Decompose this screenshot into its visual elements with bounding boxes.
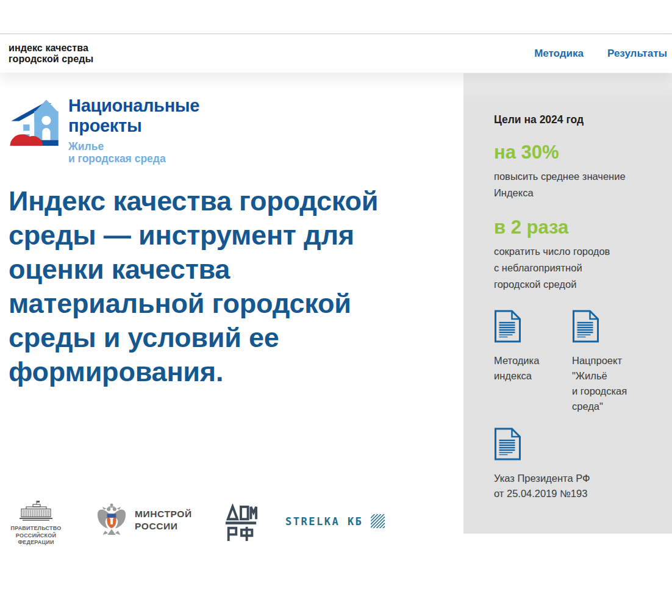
natproject-logo: Национальные проекты Жилье и городская с… bbox=[9, 95, 199, 165]
natproject-text: Национальные проекты Жилье и городская с… bbox=[68, 95, 199, 165]
document-icon bbox=[494, 428, 521, 460]
top-strip bbox=[0, 0, 672, 34]
doc-label: Нацпроект "Жильё и городская среда" bbox=[572, 353, 657, 414]
site-header: индекс качества городской среды Методика… bbox=[0, 35, 672, 73]
natproject-title-line2: проекты bbox=[68, 116, 199, 135]
document-icon bbox=[572, 310, 599, 343]
dom-rf-logo[interactable] bbox=[224, 504, 258, 545]
government-label: ПРАВИТЕЛЬСТВО РОССИЙСКОЙ ФЕДЕРАЦИИ bbox=[7, 525, 65, 546]
document-icon bbox=[494, 310, 521, 343]
minstroy-label: МИНСТРОЙ РОССИИ bbox=[135, 508, 192, 532]
strelka-logo[interactable]: STRELKA КБ bbox=[285, 514, 385, 528]
goal-value: в 2 раза bbox=[494, 217, 650, 238]
document-links: Методика индекса Нацпроект "Жильё и горо… bbox=[494, 310, 650, 501]
doc-link-ukaz-prezidenta[interactable]: Указ Президента РФ от 25.04.2019 №193 bbox=[494, 428, 657, 501]
nav-link-metodika[interactable]: Методика bbox=[534, 48, 584, 60]
goal-description: повысить среднее значение Индекса bbox=[494, 168, 650, 201]
dom-rf-icon bbox=[224, 504, 258, 543]
doc-label: Методика индекса bbox=[494, 353, 572, 384]
strelka-label: STRELKA КБ bbox=[285, 515, 363, 528]
double-headed-eagle-icon bbox=[96, 501, 127, 539]
goals-title: Цели на 2024 год bbox=[494, 113, 650, 126]
natproject-title-line1: Национальные bbox=[68, 96, 199, 115]
doc-link-metodika-indeksa[interactable]: Методика индекса bbox=[494, 310, 572, 414]
page-title-line: материальной городской bbox=[9, 287, 378, 321]
nav-link-rezultaty[interactable]: Результаты bbox=[607, 48, 667, 60]
doc-label: Указ Президента РФ от 25.04.2019 №193 bbox=[494, 471, 657, 501]
page-title: Индекс качества городской среды — инстру… bbox=[9, 184, 378, 389]
house-with-bushes-icon bbox=[9, 95, 62, 156]
minstroy-logo[interactable]: МИНСТРОЙ РОССИИ bbox=[96, 501, 192, 539]
doc-link-natsproekt[interactable]: Нацпроект "Жильё и городская среда" bbox=[572, 310, 657, 414]
goal-item: на 30% повысить среднее значение Индекса bbox=[494, 142, 650, 201]
page-title-line: оценки качества bbox=[9, 252, 378, 287]
page-title-line: формирования. bbox=[9, 355, 378, 389]
page-title-line: среды и условий ее bbox=[9, 321, 378, 355]
page-title-line: среды — инструмент для bbox=[9, 218, 378, 252]
government-logo[interactable]: ПРАВИТЕЛЬСТВО РОССИЙСКОЙ ФЕДЕРАЦИИ bbox=[7, 500, 65, 546]
page-title-line: Индекс качества городской bbox=[9, 184, 378, 218]
hatch-square-icon bbox=[371, 514, 385, 528]
site-logo-text[interactable]: индекс качества городской среды bbox=[9, 43, 93, 65]
goal-value: на 30% bbox=[494, 142, 650, 163]
natproject-subtitle: Жилье и городская среда bbox=[68, 140, 199, 165]
government-building-icon bbox=[16, 500, 55, 521]
goal-item: в 2 раза сократить число городов с небла… bbox=[494, 217, 650, 293]
main-nav: Методика Результаты bbox=[534, 48, 667, 60]
goal-description: сократить число городов с неблагоприятно… bbox=[494, 243, 650, 293]
goals-panel: Цели на 2024 год на 30% повысить среднее… bbox=[463, 73, 672, 534]
